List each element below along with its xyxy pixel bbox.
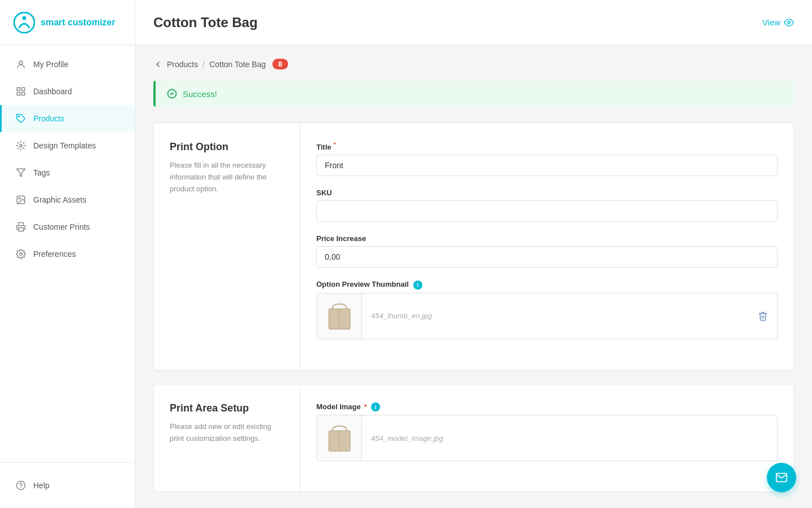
success-message: Success! <box>183 89 217 99</box>
model-tote-bag-image <box>325 421 354 455</box>
dashboard-icon <box>15 86 27 97</box>
sidebar-item-design-templates[interactable]: Design Templates <box>0 132 135 159</box>
svg-rect-12 <box>19 228 24 231</box>
sidebar-label-graphic-assets: Graphic Assets <box>33 195 86 204</box>
tote-bag-image <box>325 299 354 333</box>
svg-rect-5 <box>17 93 20 95</box>
title-field-group: Title * <box>316 141 778 176</box>
title-input[interactable] <box>316 155 778 176</box>
main-content-area: Cotton Tote Bag View Products / Cotton T… <box>135 0 812 508</box>
user-icon <box>15 59 27 70</box>
sidebar-label-my-profile: My Profile <box>33 60 68 69</box>
sku-label: SKU <box>316 189 778 197</box>
email-icon <box>775 471 788 484</box>
main-header: Cotton Tote Bag View <box>135 0 812 45</box>
logo-icon <box>14 12 35 33</box>
email-fab-button[interactable] <box>767 463 796 492</box>
delete-icon <box>758 311 768 321</box>
sku-input[interactable] <box>316 200 778 222</box>
print-area-desc: Please add new or edit existing print cu… <box>170 421 284 445</box>
model-image-label: Model Image * i <box>316 402 778 412</box>
print-area-section: Print Area Setup Please add new or edit … <box>153 384 794 493</box>
svg-rect-6 <box>22 93 25 95</box>
print-option-desc: Please fill in all the necessary informa… <box>170 160 284 195</box>
scrollable-content: Products / Cotton Tote Bag 8 Success! Pr… <box>135 45 812 508</box>
sidebar-item-my-profile[interactable]: My Profile <box>0 51 135 78</box>
breadcrumb-badge: 8 <box>272 59 288 69</box>
breadcrumb-back-arrow[interactable] <box>153 60 162 69</box>
sidebar-item-dashboard[interactable]: Dashboard <box>0 78 135 105</box>
print-option-section: Print Option Please fill in all the nece… <box>153 122 794 370</box>
thumbnail-preview <box>317 294 362 339</box>
print-area-left: Print Area Setup Please add new or edit … <box>154 384 301 492</box>
logo-text: smart customizer <box>41 17 116 28</box>
tag-icon <box>15 113 27 124</box>
svg-rect-4 <box>22 87 25 90</box>
sidebar-label-customer-prints: Customer Prints <box>33 222 90 231</box>
eye-icon <box>784 17 794 28</box>
sidebar-label-tags: Tags <box>33 168 50 177</box>
sidebar-item-graphic-assets[interactable]: Graphic Assets <box>0 186 135 213</box>
help-icon <box>15 480 27 491</box>
sidebar-label-products: Products <box>33 114 64 123</box>
sidebar-label-preferences: Preferences <box>33 249 76 259</box>
model-image-preview <box>317 415 362 461</box>
design-icon <box>15 140 27 151</box>
thumbnail-filename: 454_thumb_en.jpg <box>362 312 749 320</box>
price-increase-input[interactable] <box>316 246 778 268</box>
success-alert: Success! <box>153 81 794 107</box>
print-option-title: Print Option <box>170 141 284 153</box>
view-label: View <box>762 17 780 27</box>
svg-point-0 <box>14 12 34 33</box>
sidebar-item-preferences[interactable]: Preferences <box>0 240 135 268</box>
print-option-inner: Print Option Please fill in all the nece… <box>154 123 793 370</box>
filter-icon <box>15 167 27 178</box>
sku-field-group: SKU <box>316 189 778 222</box>
sidebar-item-products[interactable]: Products <box>0 105 135 132</box>
thumbnail-delete-button[interactable] <box>749 311 777 321</box>
model-image-wrapper: 454_model_image.jpg <box>316 415 778 461</box>
price-increase-field-group: Price Increase <box>316 234 778 268</box>
gear-icon <box>15 248 27 260</box>
success-icon <box>167 89 177 99</box>
sidebar-bottom: Help <box>0 462 135 508</box>
print-icon <box>15 221 27 233</box>
print-option-left: Print Option Please fill in all the nece… <box>154 123 301 370</box>
svg-rect-3 <box>17 87 20 90</box>
thumbnail-field-group: Option Preview Thumbnail i <box>316 280 778 339</box>
print-area-title: Print Area Setup <box>170 402 284 414</box>
sidebar-label-help: Help <box>33 481 50 490</box>
graphic-icon <box>15 194 27 205</box>
sidebar-label-dashboard: Dashboard <box>33 87 72 96</box>
sidebar-nav: My Profile Dashboard Products <box>0 45 135 462</box>
page-title: Cotton Tote Bag <box>153 15 258 30</box>
breadcrumb-products-link[interactable]: Products <box>167 60 198 69</box>
thumbnail-wrapper: 454_thumb_en.jpg <box>316 293 778 339</box>
print-option-right: Title * SKU Price Increase <box>301 123 793 370</box>
model-image-filename: 454_model_image.jpg <box>362 434 777 443</box>
sidebar-item-tags[interactable]: Tags <box>0 159 135 186</box>
svg-marker-9 <box>17 169 25 177</box>
price-increase-label: Price Increase <box>316 234 778 243</box>
svg-point-8 <box>20 144 23 147</box>
view-button[interactable]: View <box>762 17 794 28</box>
model-image-field-group: Model Image * i <box>316 402 778 462</box>
svg-point-13 <box>20 253 23 256</box>
breadcrumb-separator: / <box>202 60 205 69</box>
thumbnail-info-icon[interactable]: i <box>413 281 422 290</box>
svg-point-2 <box>19 61 23 64</box>
sidebar-item-customer-prints[interactable]: Customer Prints <box>0 213 135 240</box>
sidebar-item-help[interactable]: Help <box>0 472 135 499</box>
thumbnail-label: Option Preview Thumbnail i <box>316 280 778 290</box>
breadcrumb: Products / Cotton Tote Bag 8 <box>153 59 794 69</box>
svg-point-7 <box>18 116 19 117</box>
logo-area: smart customizer <box>0 0 135 45</box>
title-label: Title * <box>316 141 778 151</box>
model-image-info-icon[interactable]: i <box>371 402 380 411</box>
sidebar-label-design-templates: Design Templates <box>33 141 96 150</box>
sidebar: smart customizer My Profile Dashboard <box>0 0 135 508</box>
print-area-inner: Print Area Setup Please add new or edit … <box>154 384 793 492</box>
svg-point-16 <box>788 21 791 24</box>
breadcrumb-current-page: Cotton Tote Bag <box>209 60 266 69</box>
print-area-right: Model Image * i <box>301 384 793 492</box>
